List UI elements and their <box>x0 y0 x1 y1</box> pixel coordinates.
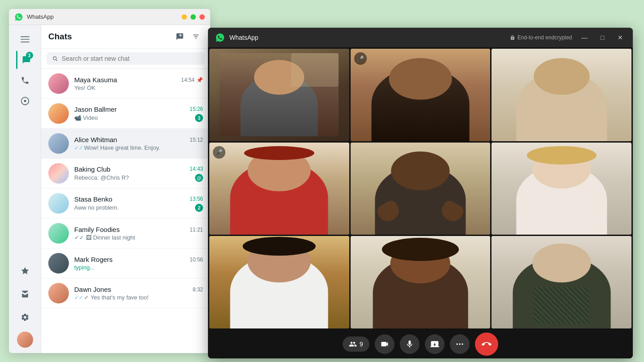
chat-avatar-stasa <box>48 193 69 214</box>
user-avatar[interactable] <box>17 332 33 348</box>
chat-info-maya: Maya Kasuma 14:54 📌 Yes! OK <box>74 76 203 91</box>
chat-name-row: Family Foodies 11:21 <box>74 226 203 233</box>
chat-name-row: Stasa Benko 13:56 <box>74 195 203 203</box>
main-window-title: WhatsApp <box>27 13 182 20</box>
chat-preview-row: ✓✓✓ Yes that's my fave too! <box>74 294 203 301</box>
video-toggle-button[interactable] <box>375 334 394 354</box>
chat-preview: Yes! OK <box>74 84 203 91</box>
svg-point-4 <box>24 100 26 102</box>
sidebar-archive-icon[interactable] <box>16 285 34 303</box>
video-cell-5 <box>351 143 491 235</box>
end-call-icon <box>482 339 491 349</box>
unread-badge: 3 <box>195 114 203 122</box>
chat-time: 15:26 <box>190 106 203 112</box>
video-maximize-button[interactable]: □ <box>597 32 608 43</box>
maximize-button[interactable]: □ <box>191 14 196 20</box>
chat-item-stasa[interactable]: Stasa Benko 13:56 Aww no problem. 2 <box>41 189 210 219</box>
chat-name-row: Maya Kasuma 14:54 📌 <box>74 76 203 84</box>
chat-name-row: Alice Whitman 15:12 <box>74 136 203 143</box>
search-input[interactable] <box>62 55 199 62</box>
sidebar-chats-icon[interactable]: 3 <box>16 51 34 69</box>
search-input-wrap <box>47 52 205 65</box>
video-cell-8 <box>351 236 491 328</box>
chat-info-jason: Jason Ballmer 15:26 📹 Video 3 <box>74 105 203 122</box>
sidebar-calls-icon[interactable] <box>16 72 34 89</box>
svg-rect-2 <box>21 42 30 42</box>
minimize-button[interactable]: — <box>182 14 187 20</box>
search-icon <box>52 55 58 62</box>
video-cell-7 <box>209 236 349 328</box>
chat-item-jason[interactable]: Jason Ballmer 15:26 📹 Video 3 <box>41 99 210 129</box>
video-cell-6 <box>491 143 631 235</box>
video-call-window: WhatsApp End-to-end endcrypted — □ ✕ <box>208 28 633 358</box>
chat-name-row: Mark Rogers 10:56 <box>74 256 203 263</box>
chat-name-row: Dawn Jones 8:32 <box>74 286 203 293</box>
chat-avatar-alice <box>48 133 69 154</box>
chat-preview: Aww no problem. <box>74 204 191 211</box>
svg-rect-1 <box>21 39 30 40</box>
svg-point-5 <box>456 343 458 345</box>
more-options-button[interactable] <box>450 334 470 354</box>
chat-item-mark[interactable]: Mark Rogers 10:56 typing... <box>41 248 210 278</box>
chat-item-family[interactable]: Family Foodies 11:21 ✓✓ 🖼 Dinner last ni… <box>41 219 210 248</box>
new-chat-button[interactable] <box>173 29 187 44</box>
chat-panel: Chats Maya Kasuma <box>41 25 210 353</box>
mute-icon-cell4: 🎤 <box>213 146 225 159</box>
chat-item-dawn[interactable]: Dawn Jones 8:32 ✓✓✓ Yes that's my fave t… <box>41 278 210 308</box>
chat-info-dawn: Dawn Jones 8:32 ✓✓✓ Yes that's my fave t… <box>74 286 203 301</box>
chat-name: Jason Ballmer <box>74 105 117 113</box>
mute-button[interactable] <box>400 334 419 354</box>
video-title-bar: WhatsApp End-to-end endcrypted — □ ✕ <box>208 28 633 47</box>
participants-button[interactable]: 9 <box>343 337 369 352</box>
read-check-icon: ✓✓ <box>74 145 83 151</box>
unread-badge: 2 <box>195 204 203 212</box>
chat-avatar-mark <box>48 253 69 274</box>
chat-name: Maya Kasuma <box>74 76 117 84</box>
screen-share-icon <box>430 340 439 349</box>
screen-share-button[interactable] <box>425 334 445 354</box>
chat-preview: Rebecca: @Chris R? <box>74 174 191 181</box>
chat-badge: 3 <box>26 52 33 59</box>
video-close-button[interactable]: ✕ <box>615 32 626 43</box>
chat-preview-row: ✓✓ 🖼 Dinner last night <box>74 234 203 241</box>
chat-time: 14:54 <box>181 77 195 83</box>
end-call-button[interactable] <box>475 333 498 356</box>
chat-preview: typing... <box>74 264 203 271</box>
video-cell-2: 🎤 <box>351 49 491 141</box>
chat-name: Mark Rogers <box>74 256 113 263</box>
participants-icon <box>349 340 357 348</box>
sidebar-settings-icon[interactable] <box>16 308 34 326</box>
chat-avatar-maya <box>48 73 69 94</box>
chat-name: Baking Club <box>74 165 110 173</box>
close-button[interactable]: ✕ <box>199 14 205 20</box>
unread-badge: @ <box>195 174 203 182</box>
sidebar-starred-icon[interactable] <box>16 262 34 280</box>
lock-icon <box>510 35 515 40</box>
chat-time: 13:56 <box>190 196 203 202</box>
chat-item-maya[interactable]: Maya Kasuma 14:54 📌 Yes! OK <box>41 69 210 99</box>
svg-point-7 <box>462 343 463 345</box>
chat-avatar-jason <box>48 103 69 124</box>
chat-preview-row: Rebecca: @Chris R? @ <box>74 174 203 182</box>
video-minimize-button[interactable]: — <box>579 32 590 43</box>
chat-name: Alice Whitman <box>74 136 117 143</box>
filter-button[interactable] <box>189 29 203 44</box>
chat-time: 8:32 <box>193 286 203 293</box>
svg-rect-0 <box>21 36 30 37</box>
chat-item-alice[interactable]: Alice Whitman 15:12 ✓✓Wow! Have great ti… <box>41 129 210 159</box>
chat-preview-row: Yes! OK <box>74 84 203 91</box>
encryption-text: End-to-end endcrypted <box>517 34 572 41</box>
chat-panel-header: Chats <box>41 25 210 49</box>
main-title-bar: WhatsApp — □ ✕ <box>9 9 210 25</box>
video-cell-4: 🎤 <box>209 143 349 235</box>
chat-name: Dawn Jones <box>74 286 111 293</box>
sidebar-status-icon[interactable] <box>16 92 34 110</box>
sidebar-menu-icon[interactable] <box>16 30 34 48</box>
chat-preview: 📹 Video <box>74 114 191 121</box>
chat-item-baking[interactable]: Baking Club 14:43 Rebecca: @Chris R? @ <box>41 159 210 189</box>
video-camera-icon <box>380 340 389 349</box>
chat-time: 15:12 <box>190 137 203 143</box>
chat-avatar-family <box>48 223 69 244</box>
chat-name-row: Baking Club 14:43 <box>74 165 203 173</box>
app-sidebar: 3 <box>9 25 41 353</box>
